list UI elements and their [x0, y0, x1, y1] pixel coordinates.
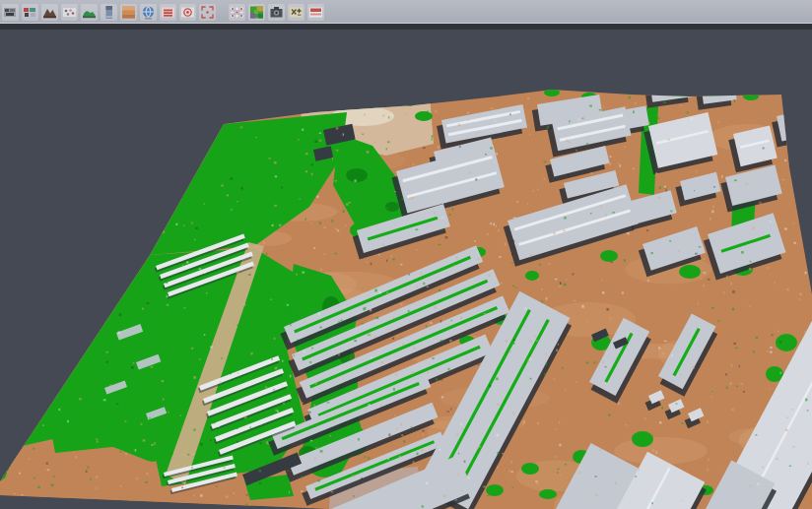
- snapshot-button[interactable]: [268, 4, 285, 21]
- cross-section-button[interactable]: [160, 4, 176, 21]
- terrain-model-icon: [82, 5, 97, 20]
- annotation-flag-icon: [308, 5, 323, 20]
- circle-select-button[interactable]: [179, 4, 196, 21]
- point-cloud-icon: [62, 5, 77, 20]
- classify-points-icon: [23, 5, 37, 20]
- point-cloud-button[interactable]: [61, 4, 78, 21]
- grid-select-icon: [230, 5, 244, 20]
- globe-view-button[interactable]: [140, 4, 157, 21]
- point-cloud-scene: [0, 30, 812, 509]
- profile-tool-icon: [102, 5, 116, 20]
- open-data-button[interactable]: [2, 4, 19, 21]
- application-window: [0, 0, 812, 509]
- measure-tool-icon: [289, 5, 304, 20]
- open-data-icon: [3, 5, 18, 20]
- annotation-flag-button[interactable]: [307, 4, 324, 21]
- measure-tool-button[interactable]: [288, 4, 304, 21]
- main-toolbar: [0, 0, 812, 24]
- 3d-viewport[interactable]: [0, 30, 812, 509]
- grid-select-button[interactable]: [229, 4, 245, 21]
- classification-map-icon: [249, 5, 264, 20]
- snapshot-icon: [269, 5, 284, 20]
- dem-layer-button[interactable]: [120, 4, 137, 21]
- classification-map-button[interactable]: [248, 4, 265, 21]
- circle-select-icon: [180, 5, 195, 20]
- classify-points-button[interactable]: [22, 4, 38, 21]
- globe-view-icon: [141, 5, 156, 20]
- rect-select-button[interactable]: [199, 4, 216, 21]
- terrain-model-button[interactable]: [81, 4, 98, 21]
- profile-tool-button[interactable]: [101, 4, 117, 21]
- dem-layer-icon: [121, 5, 136, 20]
- rect-select-icon: [200, 5, 215, 20]
- cross-section-icon: [161, 5, 175, 20]
- tin-surface-button[interactable]: [41, 4, 58, 21]
- tin-surface-icon: [42, 5, 57, 20]
